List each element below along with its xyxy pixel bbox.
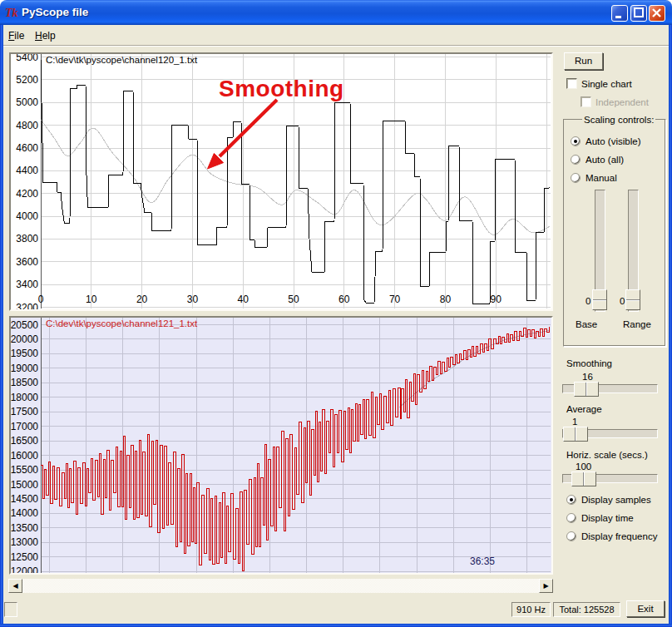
svg-text:13500: 13500	[11, 522, 38, 534]
svg-text:14000: 14000	[11, 507, 38, 519]
svg-text:C:\dev\tk\pyscope\channel121_1: C:\dev\tk\pyscope\channel121_1.txt	[46, 318, 198, 328]
svg-text:4200: 4200	[16, 188, 38, 200]
svg-text:14500: 14500	[11, 493, 38, 505]
svg-text:13000: 13000	[11, 536, 38, 548]
svg-text:30: 30	[187, 294, 199, 305]
svg-text:5200: 5200	[16, 74, 38, 86]
svg-text:17500: 17500	[11, 406, 38, 417]
svg-text:20500: 20500	[11, 319, 38, 331]
svg-text:12500: 12500	[11, 551, 38, 563]
svg-text:90: 90	[491, 294, 502, 305]
svg-text:4400: 4400	[16, 165, 38, 176]
svg-text:5000: 5000	[16, 96, 38, 108]
svg-text:19000: 19000	[11, 363, 38, 374]
svg-text:3400: 3400	[16, 279, 38, 290]
svg-text:4600: 4600	[16, 142, 38, 154]
svg-text:18500: 18500	[11, 377, 38, 388]
svg-text:18000: 18000	[11, 392, 38, 403]
svg-text:40: 40	[238, 294, 250, 305]
svg-text:20000: 20000	[11, 333, 38, 345]
svg-text:17000: 17000	[11, 421, 38, 432]
svg-text:Smoothing: Smoothing	[219, 76, 344, 101]
svg-text:60: 60	[338, 294, 350, 305]
svg-text:3200: 3200	[16, 302, 38, 310]
svg-text:80: 80	[440, 294, 452, 305]
svg-text:70: 70	[389, 294, 401, 305]
svg-text:16000: 16000	[11, 450, 38, 462]
svg-text:16500: 16500	[11, 435, 38, 447]
svg-text:10: 10	[86, 294, 97, 305]
svg-text:4000: 4000	[16, 210, 38, 222]
svg-text:36:35: 36:35	[470, 555, 495, 567]
svg-text:15000: 15000	[11, 479, 38, 491]
svg-text:C:\dev\tk\pyscope\channel120_1: C:\dev\tk\pyscope\channel120_1.txt	[46, 55, 198, 65]
svg-text:3600: 3600	[16, 256, 38, 268]
svg-text:15500: 15500	[11, 464, 38, 476]
svg-text:3800: 3800	[16, 233, 38, 244]
svg-text:4800: 4800	[16, 120, 38, 131]
svg-text:0: 0	[38, 294, 44, 305]
svg-text:5400: 5400	[16, 54, 38, 63]
svg-text:50: 50	[288, 294, 299, 305]
svg-text:20: 20	[136, 294, 148, 305]
svg-text:19500: 19500	[11, 348, 38, 359]
svg-text:12000: 12000	[11, 565, 38, 573]
